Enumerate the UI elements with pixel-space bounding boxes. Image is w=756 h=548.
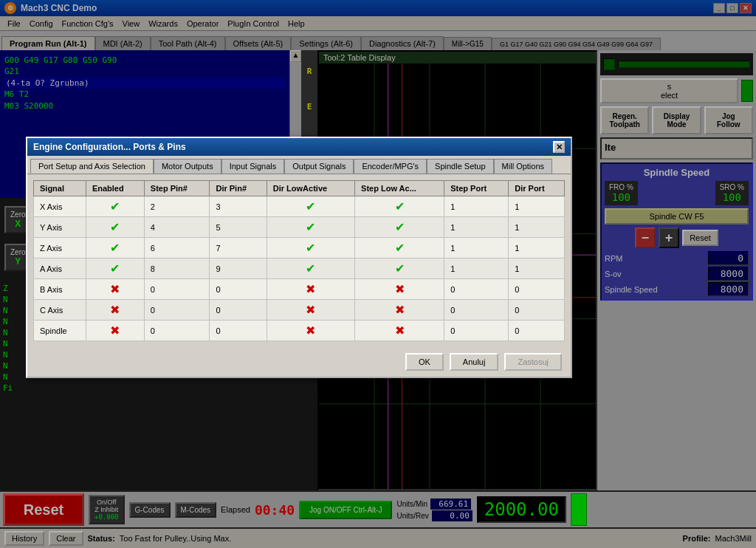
- cell-dir-port: 0: [509, 321, 565, 341]
- cell-step-low[interactable]: ✔: [355, 238, 444, 258]
- config-table: Signal Enabled Step Pin# Dir Pin# Dir Lo…: [33, 180, 565, 341]
- table-row: C Axis ✖ 0 0 ✖ ✖ 0 0: [34, 300, 565, 321]
- cell-step-port: 1: [444, 238, 509, 258]
- cell-dir-pin: 9: [210, 258, 267, 279]
- cell-step-port: 0: [444, 279, 509, 300]
- cell-step-low[interactable]: ✔: [355, 258, 444, 279]
- col-dir-pin: Dir Pin#: [210, 181, 267, 196]
- cell-enabled[interactable]: ✖: [86, 300, 144, 321]
- modal-table-container: Signal Enabled Step Pin# Dir Pin# Dir Lo…: [27, 174, 571, 347]
- cell-dir-low[interactable]: ✔: [267, 258, 354, 279]
- cell-step-pin: 4: [144, 217, 210, 238]
- col-enabled: Enabled: [86, 181, 144, 196]
- cell-dir-low[interactable]: ✖: [267, 300, 354, 321]
- cell-signal: Z Axis: [34, 238, 86, 258]
- cell-dir-pin: 5: [210, 217, 267, 238]
- modal-tabs: Port Setup and Axis Selection Motor Outp…: [27, 156, 571, 174]
- modal-tab-output-signals[interactable]: Output Signals: [284, 159, 354, 174]
- cell-step-low[interactable]: ✖: [355, 279, 444, 300]
- cell-dir-port: 0: [509, 279, 565, 300]
- cell-step-low[interactable]: ✖: [355, 321, 444, 341]
- cell-dir-pin: 0: [210, 279, 267, 300]
- modal-tab-mill-options[interactable]: Mill Options: [494, 159, 552, 174]
- cell-step-pin: 8: [144, 258, 210, 279]
- cell-step-port: 1: [444, 258, 509, 279]
- modal-overlay: Engine Configuration... Ports & Pins ✕ P…: [0, 0, 756, 548]
- col-dir-low: Dir LowActive: [267, 181, 354, 196]
- cell-dir-low[interactable]: ✖: [267, 321, 354, 341]
- cell-step-port: 1: [444, 217, 509, 238]
- apply-button[interactable]: Zastosuj: [504, 353, 562, 371]
- cell-step-pin: 0: [144, 321, 210, 341]
- cell-enabled[interactable]: ✔: [86, 258, 144, 279]
- cell-enabled[interactable]: ✔: [86, 196, 144, 217]
- cell-signal: A Axis: [34, 258, 86, 279]
- cell-signal: Spindle: [34, 321, 86, 341]
- cell-enabled[interactable]: ✔: [86, 217, 144, 238]
- table-row: Spindle ✖ 0 0 ✖ ✖ 0 0: [34, 321, 565, 341]
- cell-step-port: 0: [444, 321, 509, 341]
- col-step-low: Step Low Ac...: [355, 181, 444, 196]
- cell-dir-port: 0: [509, 300, 565, 321]
- table-row: Y Axis ✔ 4 5 ✔ ✔ 1 1: [34, 217, 565, 238]
- cell-dir-port: 1: [509, 258, 565, 279]
- modal-buttons: OK Anuluj Zastosuj: [27, 347, 571, 377]
- cell-step-port: 0: [444, 300, 509, 321]
- cell-dir-low[interactable]: ✖: [267, 279, 354, 300]
- ok-button[interactable]: OK: [405, 353, 444, 371]
- cell-dir-pin: 7: [210, 238, 267, 258]
- cell-dir-pin: 0: [210, 321, 267, 341]
- modal-title-bar: Engine Configuration... Ports & Pins ✕: [27, 138, 571, 156]
- table-row: X Axis ✔ 2 3 ✔ ✔ 1 1: [34, 196, 565, 217]
- table-row: B Axis ✖ 0 0 ✖ ✖ 0 0: [34, 279, 565, 300]
- cell-step-low[interactable]: ✔: [355, 196, 444, 217]
- cell-step-pin: 0: [144, 279, 210, 300]
- cell-dir-pin: 0: [210, 300, 267, 321]
- cell-dir-port: 1: [509, 217, 565, 238]
- col-step-port: Step Port: [444, 181, 509, 196]
- cell-step-pin: 0: [144, 300, 210, 321]
- modal-tab-motor-outputs[interactable]: Motor Outputs: [154, 159, 221, 174]
- cell-signal: B Axis: [34, 279, 86, 300]
- modal-tab-port-setup[interactable]: Port Setup and Axis Selection: [30, 159, 154, 174]
- col-step-pin: Step Pin#: [144, 181, 210, 196]
- cell-dir-port: 1: [509, 196, 565, 217]
- modal-tab-encoder-mpg[interactable]: Encoder/MPG's: [354, 159, 427, 174]
- cell-step-port: 1: [444, 196, 509, 217]
- cell-signal: C Axis: [34, 300, 86, 321]
- cell-dir-port: 1: [509, 238, 565, 258]
- modal-title-text: Engine Configuration... Ports & Pins: [33, 142, 186, 152]
- cell-signal: Y Axis: [34, 217, 86, 238]
- table-row: A Axis ✔ 8 9 ✔ ✔ 1 1: [34, 258, 565, 279]
- modal-tab-input-signals[interactable]: Input Signals: [221, 159, 285, 174]
- cell-dir-low[interactable]: ✔: [267, 238, 354, 258]
- col-dir-port: Dir Port: [509, 181, 565, 196]
- modal-tab-spindle-setup[interactable]: Spindle Setup: [427, 159, 494, 174]
- cancel-button[interactable]: Anuluj: [450, 353, 499, 371]
- modal-close-button[interactable]: ✕: [553, 141, 565, 153]
- cell-step-pin: 2: [144, 196, 210, 217]
- cell-signal: X Axis: [34, 196, 86, 217]
- modal-dialog: Engine Configuration... Ports & Pins ✕ P…: [26, 137, 572, 378]
- cell-enabled[interactable]: ✖: [86, 279, 144, 300]
- cell-step-low[interactable]: ✔: [355, 217, 444, 238]
- table-row: Z Axis ✔ 6 7 ✔ ✔ 1 1: [34, 238, 565, 258]
- cell-step-low[interactable]: ✖: [355, 300, 444, 321]
- cell-dir-pin: 3: [210, 196, 267, 217]
- cell-enabled[interactable]: ✖: [86, 321, 144, 341]
- cell-enabled[interactable]: ✔: [86, 238, 144, 258]
- col-signal: Signal: [34, 181, 86, 196]
- cell-step-pin: 6: [144, 238, 210, 258]
- cell-dir-low[interactable]: ✔: [267, 217, 354, 238]
- cell-dir-low[interactable]: ✔: [267, 196, 354, 217]
